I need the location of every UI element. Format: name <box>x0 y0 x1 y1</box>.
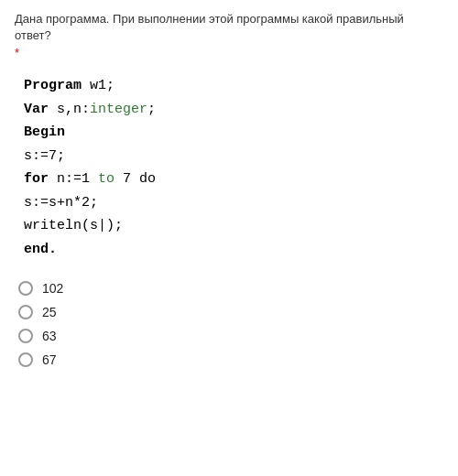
radio-67[interactable] <box>18 352 33 367</box>
options-list: 102 25 63 67 <box>18 281 443 367</box>
code-line-6: s:=s+n*2; <box>24 191 434 215</box>
required-star: * <box>15 46 443 60</box>
radio-102[interactable] <box>18 281 33 296</box>
code-line-1: Program w1; <box>24 74 434 98</box>
code-block: Program w1; Var s,n:integer; Begin s:=7;… <box>15 69 443 266</box>
code-line-5: for n:=1 to 7 do <box>24 168 434 191</box>
option-label-67: 67 <box>42 352 57 367</box>
code-line-3: Begin <box>24 121 434 145</box>
radio-25[interactable] <box>18 305 33 319</box>
code-line-4: s:=7; <box>24 145 434 168</box>
code-line-2: Var s,n:integer; <box>24 98 434 122</box>
option-label-63: 63 <box>42 329 57 343</box>
question-text: Дана программа. При выполнении этой прог… <box>15 11 443 44</box>
option-63[interactable]: 63 <box>18 329 443 343</box>
option-label-25: 25 <box>42 305 57 319</box>
code-line-7: writeln(s|); <box>24 214 434 238</box>
option-25[interactable]: 25 <box>18 305 443 319</box>
question-container: Дана программа. При выполнении этой прог… <box>15 11 443 367</box>
radio-63[interactable] <box>18 329 33 343</box>
option-102[interactable]: 102 <box>18 281 443 296</box>
option-label-102: 102 <box>42 281 63 296</box>
option-67[interactable]: 67 <box>18 352 443 367</box>
code-line-8: end. <box>24 238 434 262</box>
